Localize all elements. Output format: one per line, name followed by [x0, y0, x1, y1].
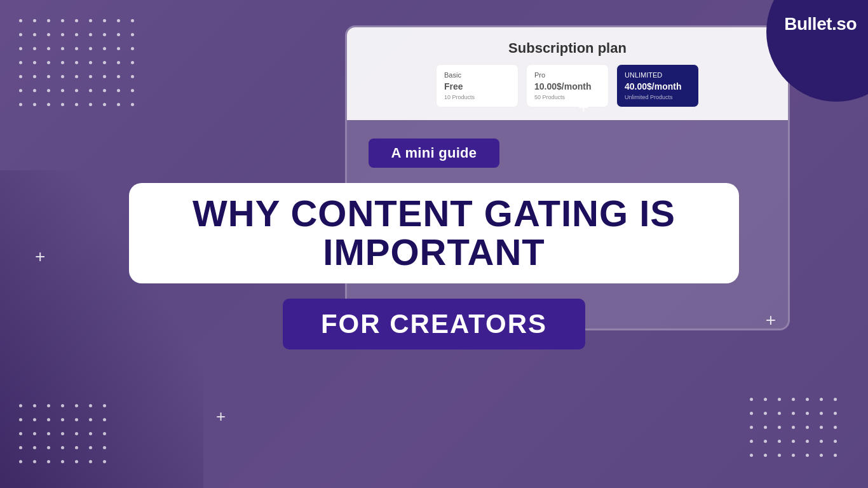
- main-title: WHY CONTENT GATING IS IMPORTANT: [156, 194, 712, 272]
- main-content: A mini guide WHY CONTENT GATING IS IMPOR…: [0, 0, 868, 488]
- main-title-container: WHY CONTENT GATING IS IMPORTANT: [129, 183, 739, 283]
- for-creators-badge: FOR CREATORS: [283, 299, 585, 349]
- mini-guide-badge: A mini guide: [369, 139, 500, 168]
